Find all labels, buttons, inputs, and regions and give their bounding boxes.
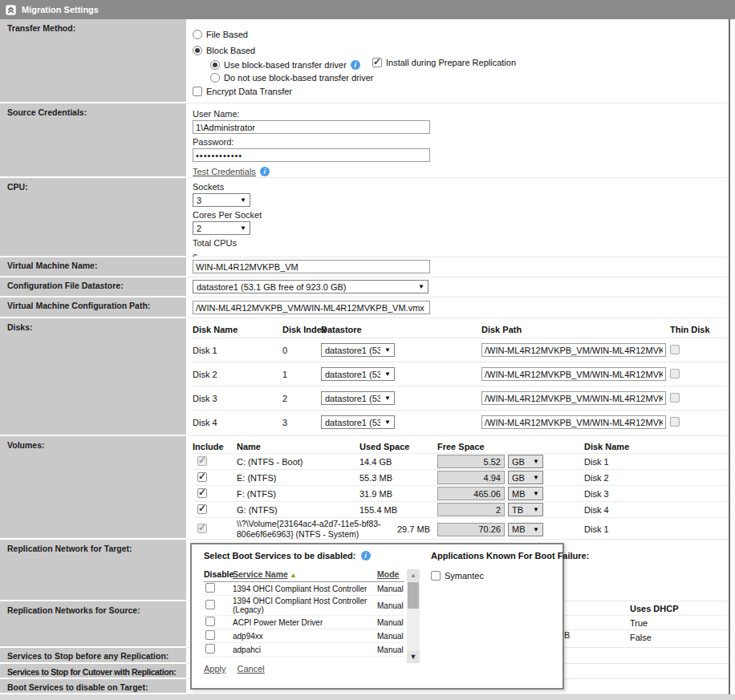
thin-disk-checkbox[interactable] bbox=[670, 345, 680, 354]
username-input[interactable] bbox=[193, 120, 430, 134]
volume-used-space: 31.9 MB bbox=[359, 489, 437, 499]
scroll-down-icon[interactable]: ▼ bbox=[407, 651, 420, 663]
dropdown-arrow-icon: ▼ bbox=[533, 458, 539, 465]
transfer-method-content: File Based Block Based Use block-based t… bbox=[186, 19, 729, 103]
disk-datastore-select[interactable]: datastore1 (53.1 GB free of 923.0 GB)▼ bbox=[321, 415, 395, 429]
apply-link[interactable]: Apply bbox=[204, 664, 226, 674]
encrypt-checkbox[interactable] bbox=[193, 87, 202, 96]
services-scrollbar[interactable]: ▲ ▼ bbox=[407, 569, 420, 663]
migration-settings-panel: Migration Settings Transfer Method: File… bbox=[0, 0, 735, 700]
install-prepare-label: Install during Prepare Replication bbox=[386, 58, 516, 67]
disk-path-input[interactable] bbox=[481, 391, 666, 405]
vm-config-path-content bbox=[186, 297, 729, 318]
install-prepare-checkbox[interactable] bbox=[372, 58, 382, 67]
use-driver-info-icon[interactable]: i bbox=[351, 60, 360, 70]
sockets-select[interactable]: 3 ▼ bbox=[193, 193, 250, 207]
disk-path-input[interactable] bbox=[481, 415, 666, 429]
volume-disk-name: Disk 2 bbox=[584, 473, 729, 483]
volume-name: C: (NTFS - Boot) bbox=[237, 457, 359, 467]
service-row: adpahci Manual bbox=[204, 643, 404, 657]
free-space-unit-select[interactable]: GB▼ bbox=[508, 455, 543, 468]
volume-row: E: (NTFS) 55.3 MB GB▼ Disk 2 bbox=[193, 469, 729, 485]
disk-datastore-select[interactable]: datastore1 (53.1 GB free of 923.0 GB)▼ bbox=[321, 391, 395, 405]
label-cpu: CPU: bbox=[0, 178, 186, 257]
label-transfer-method: Transfer Method: bbox=[0, 19, 186, 103]
cores-select[interactable]: 2 ▼ bbox=[193, 221, 250, 235]
file-based-radio[interactable] bbox=[193, 30, 202, 39]
disk-path-input[interactable] bbox=[481, 343, 666, 357]
disks-rows: Disk 1 0 datastore1 (53.1 GB free of 923… bbox=[193, 338, 729, 434]
panel-titlebar[interactable]: Migration Settings bbox=[0, 0, 735, 19]
svc-header-mode[interactable]: Mode bbox=[377, 569, 404, 579]
label-services-stop-before: Services to Stop before any Replication: bbox=[0, 648, 186, 664]
dropdown-arrow-icon: ▼ bbox=[384, 346, 391, 354]
services-rows: 1394 OHCI Compliant Host Controller Manu… bbox=[204, 582, 404, 657]
include-volume-checkbox[interactable] bbox=[197, 488, 207, 498]
dropdown-arrow-icon: ▼ bbox=[418, 283, 424, 290]
disable-service-checkbox[interactable] bbox=[205, 630, 215, 640]
scroll-up-icon[interactable]: ▲ bbox=[407, 569, 420, 581]
volume-used-space: 55.3 MB bbox=[359, 473, 437, 483]
collapse-icon[interactable] bbox=[6, 5, 16, 15]
dropdown-arrow-icon: ▼ bbox=[533, 490, 539, 497]
service-name: adpahci bbox=[233, 645, 377, 654]
svc-header-service-name[interactable]: Service Name bbox=[233, 569, 288, 579]
cancel-link[interactable]: Cancel bbox=[238, 664, 265, 674]
use-driver-label: Use block-based transfer driver bbox=[224, 60, 347, 70]
cpu-content: Sockets 3 ▼ Cores Per Socket 2 ▼ Total C… bbox=[186, 178, 729, 257]
disk-index: 3 bbox=[282, 418, 321, 427]
file-based-label: File Based bbox=[206, 30, 248, 39]
thin-disk-checkbox[interactable] bbox=[670, 369, 680, 378]
include-volume-checkbox[interactable] bbox=[197, 472, 207, 482]
symantec-checkbox[interactable] bbox=[431, 571, 441, 581]
volume-disk-name: Disk 4 bbox=[584, 505, 729, 515]
service-name: 1394 OHCI Compliant Host Controller bbox=[233, 585, 377, 593]
thin-disk-checkbox[interactable] bbox=[670, 393, 680, 403]
password-input[interactable] bbox=[193, 148, 430, 162]
free-space-input[interactable] bbox=[437, 503, 505, 516]
free-space-unit-select[interactable]: TB▼ bbox=[508, 503, 543, 516]
vm-config-path-input[interactable] bbox=[193, 301, 430, 314]
svc-header-disable: Disable bbox=[204, 569, 233, 579]
disk-datastore-select[interactable]: datastore1 (53.1 GB free of 923.0 GB)▼ bbox=[321, 367, 395, 381]
disk-datastore-select[interactable]: datastore1 (53.1 GB free of 923.0 GB)▼ bbox=[321, 343, 395, 357]
scrollbar-thumb[interactable] bbox=[408, 582, 419, 609]
sockets-label: Sockets bbox=[193, 182, 729, 192]
test-credentials-link[interactable]: Test Credentials bbox=[193, 167, 256, 176]
label-disks: Disks: bbox=[0, 318, 186, 436]
config-datastore-select[interactable]: datastore1 (53.1 GB free of 923.0 GB) ▼ bbox=[193, 280, 428, 293]
service-mode: Manual bbox=[377, 645, 404, 654]
popup-info-icon[interactable]: i bbox=[361, 551, 371, 560]
free-space-input[interactable] bbox=[437, 487, 505, 500]
volume-row: \\?\Volume{23164ac4-a2d7-11e5-bf83-806e6… bbox=[193, 517, 729, 540]
free-space-input[interactable] bbox=[437, 471, 505, 484]
block-based-radio[interactable] bbox=[193, 46, 202, 55]
free-space-unit-select[interactable]: GB▼ bbox=[508, 471, 543, 484]
disk-name: Disk 2 bbox=[193, 370, 282, 379]
volumes-rows: C: (NTFS - Boot) 14.4 GB GB▼ Disk 1 E: (… bbox=[193, 453, 729, 540]
block-based-label: Block Based bbox=[206, 46, 255, 55]
volumes-content: Include Name Used Space Free Space Disk … bbox=[186, 436, 729, 540]
service-mode: Manual bbox=[377, 618, 404, 627]
no-driver-radio[interactable] bbox=[210, 73, 220, 83]
volume-name: E: (NTFS) bbox=[237, 473, 359, 483]
free-space-input[interactable] bbox=[437, 523, 505, 536]
disable-service-checkbox[interactable] bbox=[205, 583, 215, 593]
disable-service-checkbox[interactable] bbox=[205, 600, 215, 609]
disable-service-checkbox[interactable] bbox=[205, 617, 215, 626]
service-mode: Manual bbox=[377, 632, 404, 641]
free-space-input[interactable] bbox=[437, 455, 505, 468]
boot-services-popup: Select Boot Services to be disabled: i A… bbox=[190, 543, 564, 690]
use-driver-radio[interactable] bbox=[210, 60, 220, 70]
thin-disk-checkbox[interactable] bbox=[670, 417, 680, 427]
vm-name-input[interactable] bbox=[193, 260, 430, 273]
disk-path-input[interactable] bbox=[481, 367, 666, 381]
service-mode: Manual bbox=[377, 585, 404, 593]
free-space-unit-select[interactable]: MB▼ bbox=[508, 487, 543, 500]
cores-value: 2 bbox=[197, 224, 236, 233]
test-credentials-info-icon[interactable]: i bbox=[260, 167, 270, 176]
disable-service-checkbox[interactable] bbox=[205, 644, 215, 653]
cores-label: Cores Per Socket bbox=[193, 210, 729, 220]
include-volume-checkbox[interactable] bbox=[197, 504, 207, 514]
free-space-unit-select[interactable]: MB▼ bbox=[508, 523, 543, 536]
